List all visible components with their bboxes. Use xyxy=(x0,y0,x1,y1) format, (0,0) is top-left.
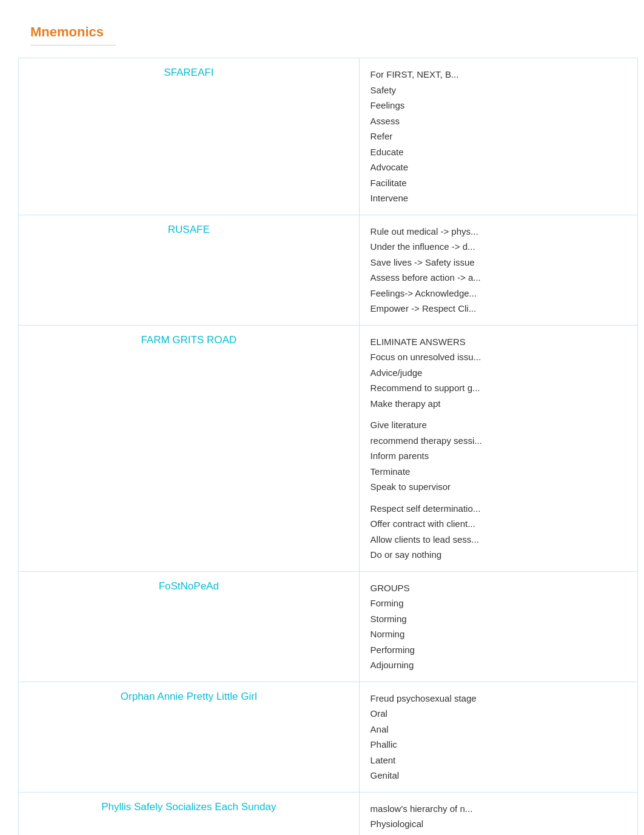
desc-item: Forming xyxy=(371,595,626,611)
desc-item: Under the influence -> d... xyxy=(371,239,626,255)
desc-header: maslow's hierarchy of n... xyxy=(371,801,626,817)
desc-item: Adjourning xyxy=(371,657,626,673)
mnemonic-description: ELIMINATE ANSWERSFocus on unresolved iss… xyxy=(359,325,637,571)
desc-item: Genital xyxy=(371,768,626,783)
mnemonic-word: FARM GRITS ROAD xyxy=(19,325,360,571)
desc-item: Feelings-> Acknowledge... xyxy=(371,286,626,301)
desc-item: Respect self determinatio... xyxy=(371,501,626,517)
table-row: FARM GRITS ROADELIMINATE ANSWERSFocus on… xyxy=(19,325,638,571)
mnemonic-description: maslow's hierarchy of n...PhysiologicalS… xyxy=(359,792,637,835)
desc-item: Assess xyxy=(371,113,626,129)
mnemonic-description: Rule out medical -> phys...Under the inf… xyxy=(359,215,637,325)
desc-item: Phallic xyxy=(371,737,626,753)
table-row: RUSAFERule out medical -> phys...Under t… xyxy=(19,215,638,325)
desc-item: Advice/judge xyxy=(371,365,626,381)
mnemonic-description: For FIRST, NEXT, B...SafetyFeelingsAsses… xyxy=(359,58,637,215)
table-row: SFAREAFIFor FIRST, NEXT, B...SafetyFeeli… xyxy=(19,58,638,215)
mnemonic-word: FoStNoPeAd xyxy=(19,571,360,682)
mnemonic-word: Orphan Annie Pretty Little Girl xyxy=(19,682,360,792)
desc-item: Offer contract with client... xyxy=(371,516,626,532)
table-row: FoStNoPeAdGROUPSFormingStormingNormingPe… xyxy=(19,571,638,682)
table-row: Phyllis Safely Socializes Each Sundaymas… xyxy=(19,792,638,835)
desc-item: Terminate xyxy=(371,464,626,480)
desc-item: Assess before action -> a... xyxy=(371,270,626,286)
desc-item: Refer xyxy=(371,129,626,144)
desc-item: Focus on unresolved issu... xyxy=(371,349,626,365)
desc-item: Feelings xyxy=(371,98,626,113)
desc-header: GROUPS xyxy=(371,580,626,596)
desc-header: For FIRST, NEXT, B... xyxy=(371,67,626,82)
desc-item: Recommend to support g... xyxy=(371,380,626,396)
desc-item: Do or say nothing xyxy=(371,547,626,563)
desc-item: Intervene xyxy=(371,190,626,206)
desc-item: Allow clients to lead sess... xyxy=(371,532,626,548)
mnemonic-word: RUSAFE xyxy=(19,215,360,325)
desc-item: Oral xyxy=(371,706,626,722)
desc-item: Rule out medical -> phys... xyxy=(371,224,626,240)
desc-item: Performing xyxy=(371,642,626,658)
mnemonic-description: GROUPSFormingStormingNormingPerformingAd… xyxy=(359,571,637,682)
desc-item: Educate xyxy=(371,144,626,160)
table-row: Orphan Annie Pretty Little GirlFreud psy… xyxy=(19,682,638,792)
desc-item: Speak to supervisor xyxy=(371,479,626,495)
desc-header: Freud psychosexual stage xyxy=(371,691,626,706)
desc-item: recommend therapy sessi... xyxy=(371,433,626,449)
desc-item: Latent xyxy=(371,753,626,768)
desc-item: Save lives -> Safety issue xyxy=(371,255,626,270)
desc-item: Storming xyxy=(371,611,626,627)
desc-item: Safety xyxy=(371,832,626,836)
desc-item: Give literature xyxy=(371,417,626,433)
mnemonic-word: Phyllis Safely Socializes Each Sunday xyxy=(19,792,360,835)
desc-item: Make therapy apt xyxy=(371,396,626,412)
desc-item: Anal xyxy=(371,722,626,737)
desc-header: ELIMINATE ANSWERS xyxy=(371,334,626,350)
mnemonic-word: SFAREAFI xyxy=(19,58,360,215)
page-title: Mnemonics xyxy=(30,24,116,45)
desc-item: Empower -> Respect Cli... xyxy=(371,301,626,317)
desc-item: Norming xyxy=(371,626,626,642)
mnemonic-description: Freud psychosexual stageOralAnalPhallicL… xyxy=(359,682,637,792)
mnemonics-table: SFAREAFIFor FIRST, NEXT, B...SafetyFeeli… xyxy=(18,58,638,835)
desc-item: Safety xyxy=(371,82,626,98)
desc-item: Inform parents xyxy=(371,448,626,464)
desc-item: Advocate xyxy=(371,159,626,175)
desc-item: Physiological xyxy=(371,816,626,832)
desc-item: Facilitate xyxy=(371,175,626,191)
